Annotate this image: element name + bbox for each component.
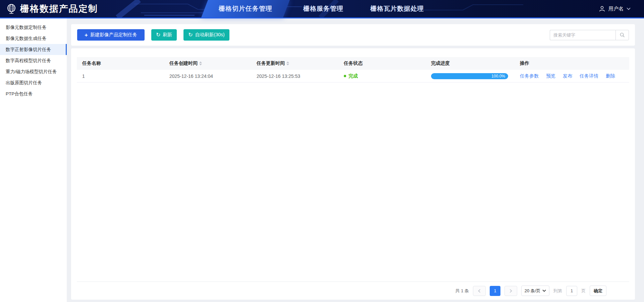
status-dot-icon bbox=[344, 75, 346, 77]
sidebar-item-image-metadata-custom-task[interactable]: 影像元数据定制任务 bbox=[0, 22, 67, 33]
progress-fill: 100.0% bbox=[431, 73, 508, 79]
app-header: 栅格数据产品定制 栅格切片任务管理 栅格服务管理 栅格瓦片数据处理 用户名 bbox=[0, 0, 644, 18]
col-created-time: 任务创建时间 bbox=[164, 60, 251, 66]
tab-raster-service-mgmt[interactable]: 栅格服务管理 bbox=[290, 0, 357, 17]
sort-icon[interactable] bbox=[286, 61, 289, 65]
prev-page-button[interactable] bbox=[473, 286, 486, 296]
page-number-button[interactable]: 1 bbox=[490, 286, 500, 296]
col-actions: 操作 bbox=[515, 60, 629, 66]
action-preview-link[interactable]: 预览 bbox=[546, 73, 555, 79]
main-content: + 新建影像产品定制任务 ↻ 刷新 ↻ 自动刷新(30s) 任务名称 bbox=[67, 18, 644, 302]
action-task-detail-link[interactable]: 任务详情 bbox=[580, 73, 598, 79]
chevron-down-icon bbox=[542, 290, 546, 292]
table-header-row: 任务名称 任务创建时间 任务更新时间 任务状态 完成进度 操作 bbox=[77, 57, 629, 70]
tab-raster-tile-data-processing[interactable]: 栅格瓦片数据处理 bbox=[357, 0, 437, 17]
app-title: 栅格数据产品定制 bbox=[20, 3, 98, 15]
table-row: 1 2025-12-16 13:24:04 2025-12-16 13:25:5… bbox=[77, 70, 629, 83]
status-label: 完成 bbox=[348, 73, 358, 79]
goto-page-input[interactable] bbox=[566, 286, 577, 296]
new-task-button[interactable]: + 新建影像产品定制任务 bbox=[77, 29, 145, 41]
brand: 栅格数据产品定制 bbox=[6, 0, 98, 17]
sidebar-item-published-map-slice-task[interactable]: 出版原图切片任务 bbox=[0, 77, 67, 88]
chevron-down-icon bbox=[627, 7, 631, 10]
chevron-right-icon bbox=[509, 289, 513, 293]
goto-page-prefix-label: 到第 bbox=[553, 288, 562, 294]
action-delete-link[interactable]: 删除 bbox=[606, 73, 615, 79]
sort-icon[interactable] bbox=[199, 61, 202, 65]
updated-time-cell: 2025-12-16 13:25:53 bbox=[251, 73, 338, 79]
refresh-icon: ↻ bbox=[188, 32, 193, 38]
goto-confirm-button[interactable]: 确定 bbox=[590, 286, 606, 296]
sidebar-item-dem-slice-task[interactable]: 数字高程模型切片任务 bbox=[0, 55, 67, 66]
search-button[interactable] bbox=[615, 30, 629, 40]
toolbar: + 新建影像产品定制任务 ↻ 刷新 ↻ 自动刷新(30s) bbox=[71, 24, 635, 46]
action-publish-link[interactable]: 发布 bbox=[563, 73, 572, 79]
actions-cell: 任务参数 预览 发布 任务详情 删除 bbox=[515, 73, 629, 79]
status-cell: 完成 bbox=[338, 73, 426, 79]
col-updated-time: 任务更新时间 bbox=[251, 60, 338, 66]
created-time-cell: 2025-12-16 13:24:04 bbox=[164, 73, 251, 79]
user-icon bbox=[599, 5, 605, 12]
task-name-cell: 1 bbox=[77, 73, 164, 79]
sidebar-item-gravity-magnetic-slice-task[interactable]: 重力/磁力场模型切片任务 bbox=[0, 66, 67, 77]
sidebar: 影像元数据定制任务 影像元数据生成任务 数字正射影像切片任务 数字高程模型切片任… bbox=[0, 18, 67, 302]
next-page-button[interactable] bbox=[504, 286, 517, 296]
search-input[interactable] bbox=[550, 30, 615, 40]
globe-logo-icon bbox=[6, 3, 17, 14]
sidebar-item-ptp-package-task[interactable]: PTP合包任务 bbox=[0, 88, 67, 99]
top-nav: 栅格切片任务管理 栅格服务管理 栅格瓦片数据处理 bbox=[201, 0, 437, 17]
tab-raster-slice-task-mgmt[interactable]: 栅格切片任务管理 bbox=[201, 0, 290, 17]
refresh-button[interactable]: ↻ 刷新 bbox=[151, 29, 177, 41]
task-table-card: 任务名称 任务创建时间 任务更新时间 任务状态 完成进度 操作 1 2025-1… bbox=[71, 48, 635, 300]
sidebar-item-dom-slice-task[interactable]: 数字正射影像切片任务 bbox=[0, 44, 67, 55]
col-progress: 完成进度 bbox=[426, 60, 515, 66]
search-icon bbox=[620, 32, 625, 38]
progress-cell: 100.0% bbox=[426, 73, 515, 79]
username: 用户名 bbox=[608, 6, 624, 12]
auto-refresh-button[interactable]: ↻ 自动刷新(30s) bbox=[183, 29, 229, 41]
col-task-status: 任务状态 bbox=[338, 60, 426, 66]
col-task-name: 任务名称 bbox=[77, 60, 164, 66]
action-task-params-link[interactable]: 任务参数 bbox=[520, 73, 539, 79]
plus-icon: + bbox=[85, 32, 88, 38]
goto-page-suffix-label: 页 bbox=[581, 288, 586, 294]
progress-bar: 100.0% bbox=[431, 73, 508, 79]
table-empty-space bbox=[77, 83, 629, 282]
sidebar-item-image-metadata-generate-task[interactable]: 影像元数据生成任务 bbox=[0, 33, 67, 44]
page-size-select[interactable]: 20 条/页 bbox=[521, 286, 549, 296]
user-menu[interactable]: 用户名 bbox=[599, 0, 631, 17]
chevron-left-icon bbox=[478, 289, 481, 293]
total-count-label: 共 1 条 bbox=[455, 288, 469, 294]
pagination: 共 1 条 1 20 条/页 到第 页 确定 bbox=[77, 282, 629, 300]
refresh-icon: ↻ bbox=[156, 32, 160, 38]
progress-label: 100.0% bbox=[491, 74, 505, 79]
search-group bbox=[550, 30, 629, 40]
